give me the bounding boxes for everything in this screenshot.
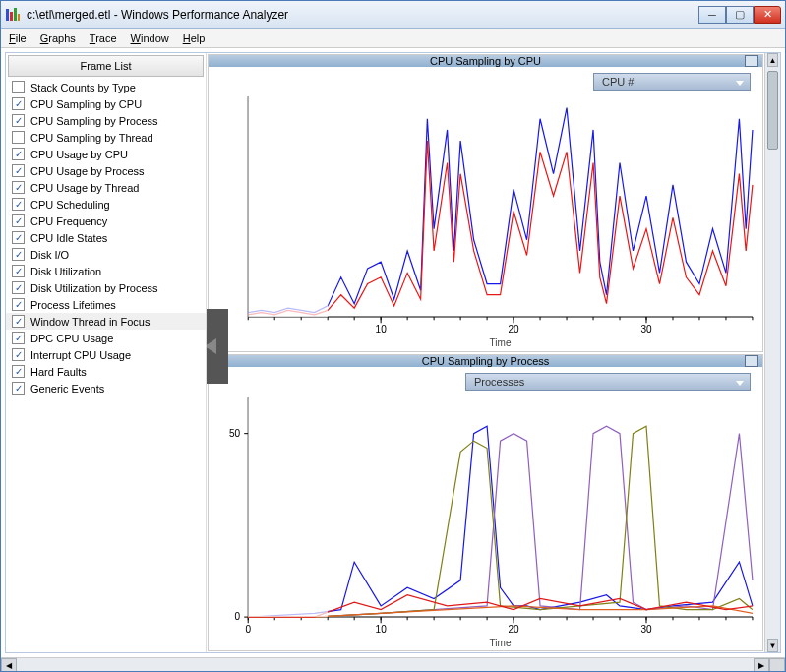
chart-body[interactable]: Processes 0102030050Time [209,367,762,651]
chart-pane-cpu-sampling-process: CPU Sampling by Process Processes 010203… [208,354,763,652]
checkbox[interactable]: ✓ [12,248,25,261]
frame-list-item[interactable]: Stack Counts by Type [6,79,206,95]
frame-list-item[interactable]: ✓Generic Events [6,380,206,397]
frame-item-label: Disk Utilization [30,266,101,277]
checkbox[interactable]: ✓ [12,298,25,311]
checkbox[interactable]: ✓ [12,231,25,244]
svg-text:20: 20 [508,324,519,335]
chart-title: CPU Sampling by CPU [209,55,762,67]
frame-item-label: CPU Sampling by CPU [30,98,142,110]
checkbox[interactable]: ✓ [12,315,25,328]
pane-menu-icon[interactable] [745,55,758,67]
frame-list-item[interactable]: ✓CPU Idle States [6,229,206,246]
app-icon [5,7,21,23]
frame-list-item[interactable]: ✓CPU Frequency [6,213,206,229]
svg-text:Time: Time [490,337,512,348]
frame-item-label: CPU Idle States [30,232,107,244]
checkbox[interactable]: ✓ [12,181,25,194]
frame-list-item[interactable]: ✓CPU Usage by CPU [6,146,206,162]
menu-file[interactable]: File [9,32,27,44]
frame-list-item[interactable]: ✓DPC CPU Usage [6,330,206,346]
svg-text:30: 30 [640,324,652,335]
chart-title-text: CPU Sampling by CPU [430,55,541,67]
sidebar-header[interactable]: Frame List [8,55,204,77]
titlebar: c:\etl\merged.etl - Windows Performance … [1,1,785,29]
frame-item-label: Interrupt CPU Usage [30,349,131,361]
frame-item-label: Window Thread in Focus [30,316,150,328]
vertical-scrollbar[interactable]: ▲ ▼ [764,53,780,652]
frame-item-label: Process Lifetimes [30,299,116,311]
frame-list-item[interactable]: ✓CPU Usage by Thread [6,179,206,196]
svg-rect-2 [14,8,17,21]
frame-list-item[interactable]: ✓CPU Sampling by CPU [6,95,206,112]
checkbox[interactable]: ✓ [12,281,25,294]
legend-dropdown[interactable]: CPU # [593,73,751,91]
horizontal-scrollbar[interactable]: ◀ ▶ [1,657,785,672]
frame-list-item[interactable]: ✓Hard Faults [6,363,206,380]
frame-item-label: Disk I/O [30,249,69,261]
frame-item-label: CPU Usage by CPU [30,149,128,160]
checkbox[interactable]: ✓ [12,97,25,110]
checkbox[interactable]: ✓ [12,332,25,344]
frame-list-item[interactable]: ✓Disk I/O [6,246,206,263]
svg-rect-33 [248,96,328,317]
menu-graphs[interactable]: Graphs [40,32,76,44]
chart-body[interactable]: CPU # 102030Time [209,67,762,351]
main-area: CPU Sampling by CPU CPU # 102030Time CPU… [207,53,764,652]
resize-grip[interactable] [769,658,785,672]
frame-list-item[interactable]: ✓Interrupt CPU Usage [6,346,206,363]
frame-item-label: CPU Frequency [30,215,107,227]
chart-pane-cpu-sampling-cpu: CPU Sampling by CPU CPU # 102030Time [208,54,763,352]
frame-item-label: Stack Counts by Type [30,82,136,93]
scroll-right-arrow[interactable]: ▶ [754,658,769,672]
menubar: File Graphs Trace Window Help [1,29,785,48]
scroll-down-arrow[interactable]: ▼ [767,639,778,652]
frame-item-label: DPC CPU Usage [30,333,113,344]
checkbox[interactable]: ✓ [12,214,25,227]
svg-text:0: 0 [245,624,251,635]
frame-list-item[interactable]: ✓Disk Utilization [6,263,206,279]
menu-help[interactable]: Help [183,32,206,44]
checkbox[interactable]: ✓ [12,265,25,277]
scroll-thumb[interactable] [767,71,778,150]
frame-item-label: CPU Usage by Process [30,165,145,177]
frame-list-item[interactable]: ✓Process Lifetimes [6,296,206,313]
checkbox[interactable] [12,81,25,93]
svg-rect-0 [6,9,9,21]
frame-list-item[interactable]: CPU Sampling by Thread [6,129,206,146]
minimize-button[interactable]: ─ [698,6,726,24]
checkbox[interactable]: ✓ [12,148,25,160]
frame-list-item[interactable]: ✓Disk Utilization by Process [6,279,206,296]
legend-dropdown[interactable]: Processes [465,373,751,391]
menu-trace[interactable]: Trace [90,32,117,44]
menu-window[interactable]: Window [131,32,169,44]
splitter-handle[interactable] [207,309,230,388]
frame-item-label: Generic Events [30,383,104,395]
frame-list-item[interactable]: ✓CPU Usage by Process [6,162,206,179]
frame-item-label: CPU Sampling by Thread [30,132,153,144]
frame-list-item[interactable]: ✓CPU Scheduling [6,196,206,213]
checkbox[interactable]: ✓ [12,114,25,127]
sidebar: Frame List Stack Counts by Type✓CPU Samp… [6,53,207,652]
chart-title-text: CPU Sampling by Process [422,355,550,367]
checkbox[interactable] [12,131,25,144]
frame-list-item[interactable]: ✓Window Thread in Focus [6,313,206,330]
scroll-left-arrow[interactable]: ◀ [1,658,17,672]
svg-text:50: 50 [229,427,241,438]
checkbox[interactable]: ✓ [12,382,25,395]
svg-text:0: 0 [235,611,241,622]
frame-list: Stack Counts by Type✓CPU Sampling by CPU… [6,79,206,652]
checkbox[interactable]: ✓ [12,348,25,361]
window-title: c:\etl\merged.etl - Windows Performance … [27,8,698,22]
checkbox[interactable]: ✓ [12,365,25,378]
svg-rect-3 [18,14,20,21]
checkbox[interactable]: ✓ [12,164,25,177]
frame-list-item[interactable]: ✓CPU Sampling by Process [6,112,206,129]
scroll-up-arrow[interactable]: ▲ [767,53,778,67]
pane-menu-icon[interactable] [745,355,758,367]
maximize-button[interactable]: ▢ [726,6,754,24]
frame-item-label: CPU Sampling by Process [30,115,158,127]
checkbox[interactable]: ✓ [12,198,25,211]
svg-text:10: 10 [376,324,388,335]
close-button[interactable]: ✕ [754,6,781,24]
